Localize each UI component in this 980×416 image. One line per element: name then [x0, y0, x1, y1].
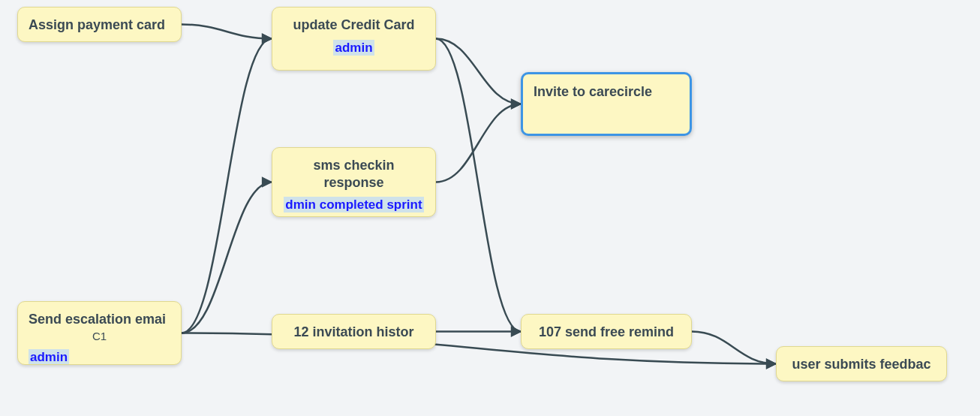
node-title: sms checkin response — [283, 157, 425, 191]
node-title: 12 invitation histor — [283, 324, 425, 341]
node-send-escalation-email[interactable]: Send escalation emai C1 admin — [17, 301, 182, 365]
diagram-canvas: Assign payment card update Credit Card a… — [0, 0, 980, 416]
node-tag: admin — [333, 40, 374, 56]
node-title: Assign payment card — [29, 17, 170, 34]
node-assign-payment-card[interactable]: Assign payment card — [17, 7, 182, 42]
node-update-credit-card[interactable]: update Credit Card admin — [272, 7, 436, 71]
node-subtitle: C1 — [29, 330, 170, 344]
node-user-submits-feedback[interactable]: user submits feedbac — [776, 346, 947, 381]
node-title: 107 send free remind — [532, 324, 681, 341]
edge — [436, 39, 521, 104]
edge — [182, 25, 272, 39]
edge — [436, 39, 521, 332]
edge — [182, 39, 272, 333]
node-sms-checkin-response[interactable]: sms checkin response dmin completed spri… — [272, 147, 436, 217]
edge — [182, 182, 272, 333]
node-title: Invite to carecircle — [534, 83, 679, 101]
node-tag: dmin completed sprint — [284, 197, 423, 213]
node-title: update Credit Card — [283, 17, 425, 34]
node-send-free-reminder[interactable]: 107 send free remind — [521, 314, 692, 349]
node-title: Send escalation emai — [29, 311, 170, 328]
edge — [692, 332, 776, 364]
node-invitation-history[interactable]: 12 invitation histor — [272, 314, 436, 349]
node-title: user submits feedbac — [787, 356, 936, 373]
edge — [436, 104, 521, 182]
node-invite-to-carecircle[interactable]: Invite to carecircle — [521, 72, 692, 136]
node-tag: admin — [29, 349, 69, 365]
